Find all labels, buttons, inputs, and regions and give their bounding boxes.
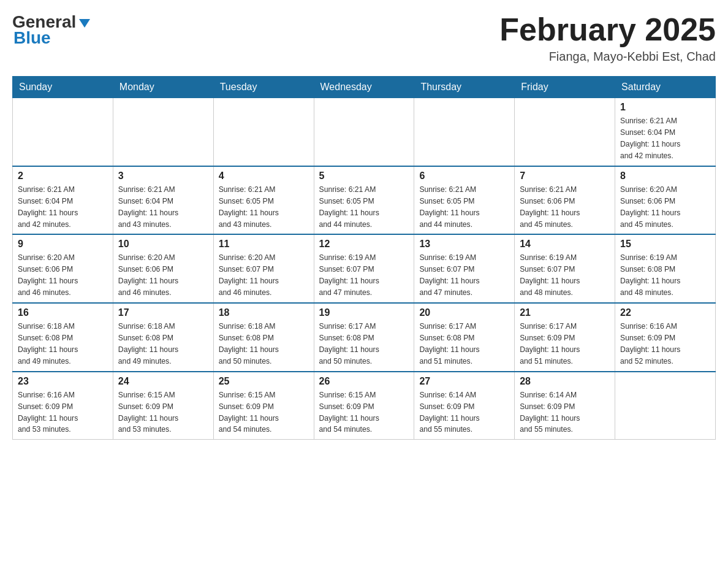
day-info: Sunrise: 6:19 AM Sunset: 6:08 PM Dayligh…: [620, 252, 710, 299]
col-wednesday: Wednesday: [314, 77, 414, 98]
day-info: Sunrise: 6:16 AM Sunset: 6:09 PM Dayligh…: [18, 389, 108, 436]
day-info: Sunrise: 6:19 AM Sunset: 6:07 PM Dayligh…: [419, 252, 509, 299]
logo-blue-text: Blue: [12, 28, 51, 48]
table-row: [314, 98, 414, 166]
day-number: 22: [620, 307, 710, 318]
day-info: Sunrise: 6:21 AM Sunset: 6:06 PM Dayligh…: [520, 184, 610, 231]
day-number: 10: [118, 239, 208, 250]
day-info: Sunrise: 6:16 AM Sunset: 6:09 PM Dayligh…: [620, 321, 710, 367]
col-sunday: Sunday: [13, 77, 113, 98]
day-info: Sunrise: 6:20 AM Sunset: 6:06 PM Dayligh…: [620, 184, 710, 231]
table-row: 18Sunrise: 6:18 AM Sunset: 6:08 PM Dayli…: [213, 303, 314, 372]
table-row: [515, 98, 615, 166]
day-number: 4: [219, 170, 309, 182]
col-thursday: Thursday: [414, 77, 515, 98]
day-info: Sunrise: 6:21 AM Sunset: 6:04 PM Dayligh…: [620, 115, 710, 162]
day-number: 28: [520, 376, 610, 387]
table-row: 6Sunrise: 6:21 AM Sunset: 6:05 PM Daylig…: [414, 166, 515, 235]
table-row: [13, 98, 113, 166]
day-info: Sunrise: 6:17 AM Sunset: 6:09 PM Dayligh…: [520, 321, 610, 367]
calendar-header-row: Sunday Monday Tuesday Wednesday Thursday…: [13, 77, 716, 98]
day-number: 16: [18, 307, 108, 318]
title-block: February 2025 Fianga, Mayo-Kebbi Est, Ch…: [499, 12, 716, 64]
day-number: 7: [520, 170, 610, 182]
day-info: Sunrise: 6:21 AM Sunset: 6:05 PM Dayligh…: [219, 184, 309, 231]
table-row: 26Sunrise: 6:15 AM Sunset: 6:09 PM Dayli…: [314, 372, 414, 440]
day-number: 2: [18, 170, 108, 182]
day-number: 18: [219, 307, 309, 318]
table-row: 3Sunrise: 6:21 AM Sunset: 6:04 PM Daylig…: [113, 166, 213, 235]
table-row: 14Sunrise: 6:19 AM Sunset: 6:07 PM Dayli…: [515, 234, 615, 303]
day-number: 23: [18, 376, 108, 387]
col-monday: Monday: [113, 77, 213, 98]
day-number: 15: [620, 239, 710, 250]
day-info: Sunrise: 6:21 AM Sunset: 6:04 PM Dayligh…: [118, 184, 208, 231]
table-row: 9Sunrise: 6:20 AM Sunset: 6:06 PM Daylig…: [13, 234, 113, 303]
day-info: Sunrise: 6:18 AM Sunset: 6:08 PM Dayligh…: [219, 321, 309, 367]
day-number: 1: [620, 102, 710, 113]
calendar-week-row: 23Sunrise: 6:16 AM Sunset: 6:09 PM Dayli…: [13, 372, 716, 440]
day-number: 6: [419, 170, 509, 182]
col-saturday: Saturday: [615, 77, 716, 98]
day-number: 11: [219, 239, 309, 250]
table-row: 10Sunrise: 6:20 AM Sunset: 6:06 PM Dayli…: [113, 234, 213, 303]
day-info: Sunrise: 6:19 AM Sunset: 6:07 PM Dayligh…: [520, 252, 610, 299]
table-row: 8Sunrise: 6:20 AM Sunset: 6:06 PM Daylig…: [615, 166, 716, 235]
day-info: Sunrise: 6:21 AM Sunset: 6:04 PM Dayligh…: [18, 184, 108, 231]
day-info: Sunrise: 6:15 AM Sunset: 6:09 PM Dayligh…: [219, 389, 309, 436]
table-row: 23Sunrise: 6:16 AM Sunset: 6:09 PM Dayli…: [13, 372, 113, 440]
table-row: [213, 98, 314, 166]
day-info: Sunrise: 6:20 AM Sunset: 6:06 PM Dayligh…: [118, 252, 208, 299]
day-info: Sunrise: 6:19 AM Sunset: 6:07 PM Dayligh…: [319, 252, 409, 299]
calendar-table: Sunday Monday Tuesday Wednesday Thursday…: [12, 76, 716, 440]
table-row: 11Sunrise: 6:20 AM Sunset: 6:07 PM Dayli…: [213, 234, 314, 303]
table-row: 1Sunrise: 6:21 AM Sunset: 6:04 PM Daylig…: [615, 98, 716, 166]
calendar-week-row: 1Sunrise: 6:21 AM Sunset: 6:04 PM Daylig…: [13, 98, 716, 166]
table-row: 16Sunrise: 6:18 AM Sunset: 6:08 PM Dayli…: [13, 303, 113, 372]
calendar-title: February 2025: [499, 12, 716, 47]
day-number: 14: [520, 239, 610, 250]
table-row: 13Sunrise: 6:19 AM Sunset: 6:07 PM Dayli…: [414, 234, 515, 303]
day-number: 27: [419, 376, 509, 387]
page-header: General Blue February 2025 Fianga, Mayo-…: [12, 12, 716, 64]
day-number: 26: [319, 376, 409, 387]
day-number: 3: [118, 170, 208, 182]
day-info: Sunrise: 6:20 AM Sunset: 6:06 PM Dayligh…: [18, 252, 108, 299]
calendar-week-row: 16Sunrise: 6:18 AM Sunset: 6:08 PM Dayli…: [13, 303, 716, 372]
table-row: 22Sunrise: 6:16 AM Sunset: 6:09 PM Dayli…: [615, 303, 716, 372]
calendar-location: Fianga, Mayo-Kebbi Est, Chad: [499, 50, 716, 64]
day-number: 25: [219, 376, 309, 387]
col-tuesday: Tuesday: [213, 77, 314, 98]
table-row: 20Sunrise: 6:17 AM Sunset: 6:08 PM Dayli…: [414, 303, 515, 372]
day-number: 20: [419, 307, 509, 318]
day-number: 9: [18, 239, 108, 250]
table-row: 25Sunrise: 6:15 AM Sunset: 6:09 PM Dayli…: [213, 372, 314, 440]
table-row: 2Sunrise: 6:21 AM Sunset: 6:04 PM Daylig…: [13, 166, 113, 235]
table-row: 19Sunrise: 6:17 AM Sunset: 6:08 PM Dayli…: [314, 303, 414, 372]
day-number: 17: [118, 307, 208, 318]
day-info: Sunrise: 6:14 AM Sunset: 6:09 PM Dayligh…: [419, 389, 509, 436]
day-number: 13: [419, 239, 509, 250]
calendar-week-row: 9Sunrise: 6:20 AM Sunset: 6:06 PM Daylig…: [13, 234, 716, 303]
logo: General Blue: [12, 12, 90, 48]
day-info: Sunrise: 6:18 AM Sunset: 6:08 PM Dayligh…: [118, 321, 208, 367]
day-info: Sunrise: 6:17 AM Sunset: 6:08 PM Dayligh…: [319, 321, 409, 367]
table-row: 24Sunrise: 6:15 AM Sunset: 6:09 PM Dayli…: [113, 372, 213, 440]
table-row: [414, 98, 515, 166]
day-info: Sunrise: 6:17 AM Sunset: 6:08 PM Dayligh…: [419, 321, 509, 367]
day-number: 5: [319, 170, 409, 182]
table-row: [113, 98, 213, 166]
table-row: [615, 372, 716, 440]
col-friday: Friday: [515, 77, 615, 98]
day-number: 12: [319, 239, 409, 250]
svg-marker-0: [79, 19, 90, 28]
table-row: 21Sunrise: 6:17 AM Sunset: 6:09 PM Dayli…: [515, 303, 615, 372]
table-row: 12Sunrise: 6:19 AM Sunset: 6:07 PM Dayli…: [314, 234, 414, 303]
day-number: 8: [620, 170, 710, 182]
day-info: Sunrise: 6:18 AM Sunset: 6:08 PM Dayligh…: [18, 321, 108, 367]
table-row: 4Sunrise: 6:21 AM Sunset: 6:05 PM Daylig…: [213, 166, 314, 235]
day-info: Sunrise: 6:21 AM Sunset: 6:05 PM Dayligh…: [319, 184, 409, 231]
table-row: 7Sunrise: 6:21 AM Sunset: 6:06 PM Daylig…: [515, 166, 615, 235]
day-info: Sunrise: 6:14 AM Sunset: 6:09 PM Dayligh…: [520, 389, 610, 436]
table-row: 27Sunrise: 6:14 AM Sunset: 6:09 PM Dayli…: [414, 372, 515, 440]
